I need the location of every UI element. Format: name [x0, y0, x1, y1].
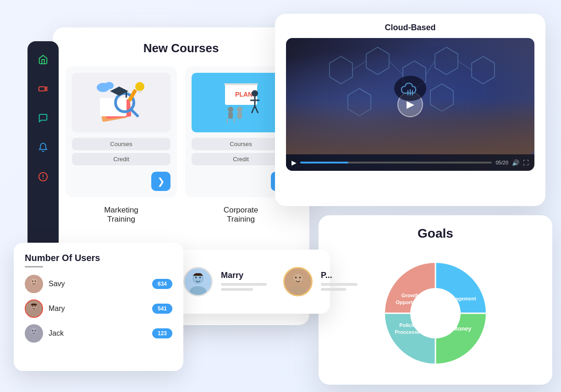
svg-point-16 — [104, 82, 114, 89]
svg-point-56 — [28, 336, 40, 343]
svg-rect-28 — [237, 112, 242, 119]
svg-point-13 — [135, 82, 144, 91]
user-count-savy: 634 — [152, 279, 172, 289]
avatar-marry — [183, 267, 213, 296]
svg-point-67 — [293, 274, 302, 283]
svg-marker-35 — [472, 56, 495, 84]
svg-point-48 — [32, 281, 33, 282]
users-divider — [25, 266, 43, 267]
profile-lines — [221, 283, 267, 291]
profile-info-p: P... — [321, 271, 358, 293]
user-count-mary: 541 — [152, 304, 172, 314]
cloud-based-card: Cloud-Based — [275, 14, 545, 206]
course-label-courses-1: Courses — [72, 138, 170, 150]
svg-point-63 — [195, 277, 197, 278]
avatar-mary — [25, 299, 43, 318]
user-name-jack: Jack — [49, 329, 147, 338]
svg-point-69 — [299, 277, 301, 278]
courses-row: Courses Credit ❯ PLAN — [66, 66, 297, 197]
svg-rect-0 — [39, 87, 45, 91]
cloud-card-title: Cloud-Based — [286, 23, 534, 33]
svg-line-9 — [131, 109, 138, 116]
svg-point-66 — [290, 286, 306, 296]
svg-text:Opportunity: Opportunity — [396, 299, 425, 305]
avatar-jack — [25, 324, 43, 343]
users-card-title: Number Of Users — [25, 253, 172, 263]
svg-line-38 — [352, 61, 366, 70]
svg-point-20 — [252, 90, 258, 97]
svg-line-23 — [252, 106, 255, 113]
users-card: Number Of Users Savy 634 — [14, 243, 183, 371]
user-row-jack: Jack 123 — [25, 324, 172, 343]
profile-info-marry: Marry — [221, 271, 267, 293]
svg-rect-26 — [228, 112, 233, 119]
svg-point-49 — [35, 281, 36, 282]
svg-rect-18 — [224, 83, 258, 85]
user-count-jack: 123 — [152, 328, 172, 338]
course-name-marketing: MarketingTraining — [66, 206, 177, 224]
svg-point-46 — [28, 286, 40, 293]
svg-text:PLAN: PLAN — [235, 91, 253, 98]
svg-rect-14 — [138, 91, 142, 93]
svg-point-61 — [190, 286, 206, 296]
message-icon[interactable] — [35, 169, 51, 185]
svg-marker-34 — [435, 47, 458, 75]
svg-marker-32 — [366, 47, 389, 75]
svg-text:Management: Management — [445, 296, 476, 301]
svg-point-68 — [295, 277, 297, 278]
svg-point-27 — [237, 107, 242, 112]
new-courses-title: New Courses — [66, 41, 297, 55]
svg-line-39 — [389, 61, 403, 75]
user-name-mary: Mary — [49, 305, 147, 313]
home-icon[interactable] — [35, 51, 51, 68]
svg-text:Growth: Growth — [402, 293, 419, 298]
goals-pie-chart: Growth Opportunity Management Policies P… — [371, 249, 500, 377]
svg-point-53 — [32, 305, 33, 307]
svg-point-58 — [32, 330, 33, 332]
goals-card: Goals Growth Opportunity Management Poli… — [319, 215, 552, 385]
svg-text:Money: Money — [452, 325, 472, 332]
svg-line-40 — [426, 61, 435, 75]
svg-marker-31 — [330, 56, 352, 84]
svg-point-54 — [34, 305, 36, 307]
user-name-savy: Savy — [49, 280, 147, 288]
bell-icon[interactable] — [35, 139, 51, 156]
profile-name-marry: Marry — [221, 271, 267, 280]
svg-rect-7 — [100, 98, 126, 116]
video-thumbnail: ▶ ▶ 05/20 🔊 ⛶ — [286, 38, 534, 171]
cloud-icon — [394, 76, 426, 101]
user-row-mary: Mary 541 — [25, 299, 172, 318]
course-btn-marketing[interactable]: ❯ — [151, 172, 170, 191]
goals-title: Goals — [330, 226, 541, 241]
svg-text:Proccesses: Proccesses — [395, 329, 423, 335]
video-icon[interactable] — [35, 81, 51, 97]
chat-icon[interactable] — [35, 110, 51, 126]
course-label-credit-1: Credit — [72, 153, 170, 165]
profile-strip-card: Marry P... — [174, 250, 330, 314]
user-row-savy: Savy 634 — [25, 275, 172, 293]
svg-point-51 — [28, 311, 39, 318]
svg-line-41 — [458, 61, 472, 70]
svg-rect-11 — [126, 91, 127, 98]
svg-line-24 — [255, 106, 258, 113]
course-card-marketing: Courses Credit ❯ — [66, 66, 177, 197]
course-image-marketing — [72, 73, 170, 132]
pie-chart-container: Growth Opportunity Management Policies P… — [330, 249, 541, 377]
svg-point-25 — [228, 107, 233, 112]
avatar-savy — [25, 275, 43, 293]
course-name-corporate: CorporateTraining — [185, 206, 297, 224]
svg-point-59 — [35, 330, 36, 332]
svg-point-64 — [199, 277, 201, 278]
avatar-p — [283, 267, 313, 296]
profile-name-p: P... — [321, 271, 358, 280]
svg-text:Policies: Policies — [399, 322, 418, 328]
